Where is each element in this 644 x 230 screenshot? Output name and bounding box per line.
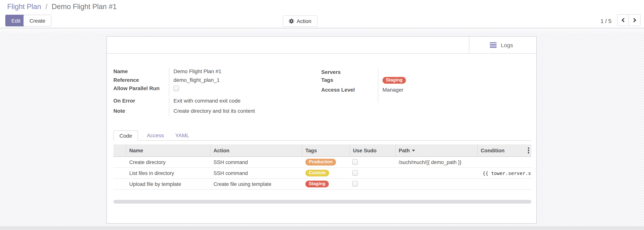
name-field-label: Name	[114, 68, 169, 77]
notebook-tabs: Code Access YAML	[114, 130, 532, 141]
tab-yaml[interactable]: YAML	[170, 130, 195, 140]
table-horizontal-scrollbar[interactable]	[114, 200, 532, 204]
tag-badge-staging-row: Staging	[305, 181, 329, 187]
use-sudo-checkbox[interactable]	[352, 170, 358, 176]
tab-code[interactable]: Code	[114, 130, 138, 141]
chevron-left-icon	[621, 18, 625, 22]
field-group-spacer	[321, 95, 378, 103]
note-field-value: Create directory and list its content	[169, 108, 282, 116]
pager-next-button[interactable]	[629, 15, 640, 26]
logs-bars-icon	[490, 42, 496, 48]
breadcrumb: Flight Plan / Demo Flight Plan #1	[7, 3, 117, 11]
row-action-cell: Create file using template	[210, 181, 302, 187]
app-window: Flight Plan / Demo Flight Plan #1 Edit C…	[0, 0, 644, 230]
access-level-field-value: Manager	[378, 87, 532, 95]
column-header-path[interactable]: Path	[396, 144, 478, 157]
table-row[interactable]: Upload file by template Create file usin…	[114, 179, 532, 190]
row-action-cell: SSH command	[210, 170, 302, 176]
bottom-strip	[0, 227, 644, 230]
table-row[interactable]: Create directory SSH command Production …	[114, 157, 532, 168]
reference-field-value: demo_flight_plan_1	[169, 77, 282, 85]
on-error-field-label: On Error	[114, 98, 169, 108]
gear-icon	[289, 18, 294, 24]
button-box: Logs	[107, 37, 536, 54]
row-action-cell: SSH command	[210, 159, 302, 165]
use-sudo-checkbox[interactable]	[352, 181, 358, 186]
field-group-right: Servers Tags Staging Access Level Manage…	[321, 69, 532, 103]
row-tags-cell: Production	[302, 159, 350, 166]
handle-column-header	[114, 144, 126, 157]
pager	[617, 14, 640, 26]
column-header-use-sudo[interactable]: Use Sudo	[350, 144, 396, 157]
allow-parallel-run-field-label: Allow Parallel Run	[114, 85, 169, 96]
access-level-field-label: Access Level	[321, 87, 378, 95]
table-row[interactable]: List files in directory SSH command Cust…	[114, 168, 532, 179]
row-name-cell: Upload file by template	[126, 181, 210, 187]
optional-columns-icon[interactable]	[528, 147, 529, 153]
logs-button-label: Logs	[501, 42, 513, 48]
field-group-left: Name Demo Flight Plan #1 Reference demo_…	[114, 68, 282, 116]
tag-badge-staging: Staging	[382, 77, 406, 84]
row-name-cell: List files in directory	[126, 170, 210, 176]
column-header-action[interactable]: Action	[210, 144, 302, 157]
column-header-tags[interactable]: Tags	[302, 144, 350, 157]
name-field-value: Demo Flight Plan #1	[169, 68, 282, 77]
row-tags-cell: Staging	[302, 181, 350, 187]
button-box-divider	[469, 37, 470, 53]
commands-table: Name Action Tags Use Sudo Path Condition…	[114, 144, 532, 190]
row-name-cell: Create directory	[126, 159, 210, 165]
breadcrumb-current: Demo Flight Plan #1	[52, 3, 116, 10]
action-button[interactable]: Action	[283, 15, 318, 27]
action-button-label: Action	[297, 18, 312, 24]
row-condition-cell: {{ tower.server.st	[478, 170, 532, 176]
reference-field-label: Reference	[114, 77, 169, 85]
form-view-background: Logs Name Demo Flight Plan #1 Reference …	[0, 28, 644, 230]
row-path-cell: /such/much/{{ demo_path }}	[396, 159, 478, 165]
table-header-row: Name Action Tags Use Sudo Path Condition	[114, 144, 532, 157]
column-header-path-label: Path	[399, 148, 410, 153]
breadcrumb-parent-link[interactable]: Flight Plan	[7, 3, 41, 10]
tab-access[interactable]: Access	[141, 130, 170, 140]
tags-field-label: Tags	[321, 77, 378, 87]
column-header-condition[interactable]: Condition	[478, 144, 532, 157]
servers-field-value	[378, 69, 532, 77]
control-panel: Flight Plan / Demo Flight Plan #1 Edit C…	[0, 0, 644, 28]
sort-desc-icon	[412, 150, 415, 152]
pager-counter: 1 / 5	[600, 18, 612, 24]
tag-badge-custom: Custom	[305, 170, 329, 176]
on-error-field-value: Exit with command exit code	[169, 98, 282, 108]
chevron-right-icon	[632, 18, 637, 22]
create-button[interactable]: Create	[24, 15, 52, 26]
column-header-name[interactable]: Name	[126, 144, 210, 157]
row-tags-cell: Custom	[302, 170, 350, 176]
use-sudo-checkbox[interactable]	[352, 159, 358, 165]
servers-field-label: Servers	[321, 69, 378, 77]
note-field-label: Note	[114, 108, 169, 116]
logs-stat-button[interactable]: Logs	[484, 37, 536, 53]
breadcrumb-separator: /	[45, 3, 48, 10]
pager-previous-button[interactable]	[618, 15, 629, 26]
tag-badge-production: Production	[305, 159, 336, 166]
allow-parallel-run-checkbox[interactable]	[174, 86, 179, 91]
form-sheet: Logs Name Demo Flight Plan #1 Reference …	[106, 36, 537, 224]
